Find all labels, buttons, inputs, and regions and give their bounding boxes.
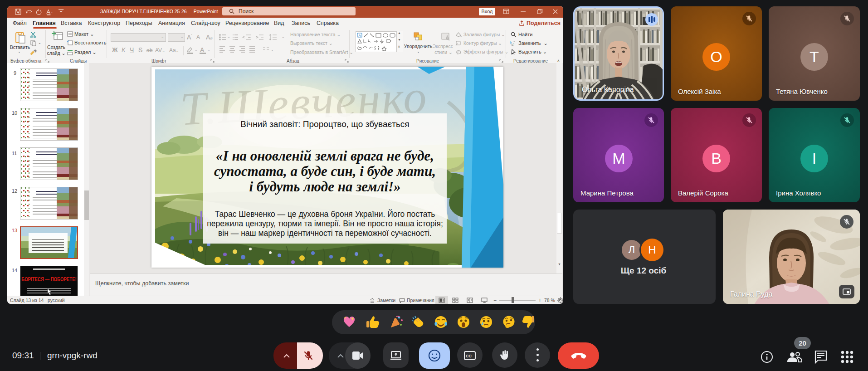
- svg-text:b: b: [510, 40, 512, 44]
- svg-text:A: A: [359, 34, 361, 38]
- svg-text:CC: CC: [466, 354, 472, 358]
